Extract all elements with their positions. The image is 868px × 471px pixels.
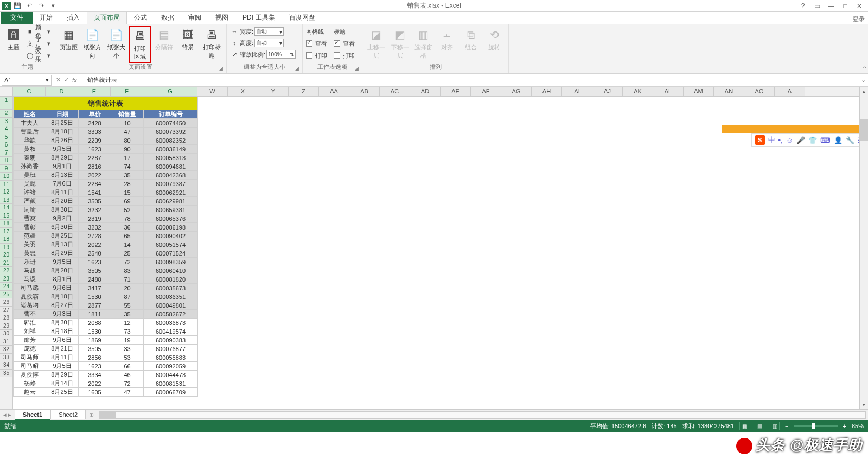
table-cell[interactable]: 600066709 [144,388,198,397]
table-cell[interactable]: 28 [111,180,144,188]
table-cell[interactable]: 600081820 [144,275,198,284]
table-cell[interactable]: 8月30日 [46,319,79,327]
table-cell[interactable]: 8月20日 [46,197,79,206]
table-cell[interactable]: 关羽 [14,240,46,249]
table-cell[interactable]: 72 [111,258,144,266]
table-cell[interactable]: 1623 [79,258,111,266]
row-header[interactable]: 2 [0,110,12,118]
table-cell[interactable]: 8月1日 [46,275,79,284]
table-cell[interactable]: 2022 [79,240,111,249]
table-cell[interactable]: 严颜 [14,197,46,206]
redo-icon[interactable]: ↷ [36,1,47,11]
enter-formula-icon[interactable]: ✓ [64,77,69,84]
col-header[interactable]: W [197,87,228,96]
margins-button[interactable]: ▦页边距 [58,26,79,53]
zoom-out-icon[interactable]: − [785,423,788,429]
table-cell[interactable]: 2540 [79,249,111,258]
table-cell[interactable]: 9月6日 [46,336,79,345]
ime-punct-icon[interactable]: •, [778,136,783,144]
table-cell[interactable]: 华歆 [14,136,46,145]
table-cell[interactable]: 曹丕 [14,310,46,319]
table-cell[interactable]: 3334 [79,371,111,379]
col-header[interactable]: AH [532,87,562,96]
table-cell[interactable]: 9月1日 [46,162,79,171]
print-area-button[interactable]: 🖶打印区域 [129,26,151,63]
row-header[interactable]: 28 [0,314,12,322]
col-header[interactable]: C [13,87,46,96]
table-cell[interactable]: 卞夫人 [14,119,46,128]
row-header[interactable]: 26 [0,298,12,307]
table-cell[interactable]: 9月6日 [46,284,79,292]
table-cell[interactable]: 1869 [79,336,111,345]
tab-page-layout[interactable]: 页面布局 [87,11,127,24]
table-cell[interactable]: 9月5日 [46,145,79,154]
table-cell[interactable]: 1530 [79,327,111,336]
table-cell[interactable]: 8月29日 [46,249,79,258]
scale-launcher-icon[interactable]: ◢ [295,66,299,71]
col-header[interactable]: AE [441,87,471,96]
table-header-cell[interactable]: 订单编号 [144,110,198,119]
table-cell[interactable]: 曹皇后 [14,128,46,136]
col-header[interactable]: AF [471,87,501,96]
name-box[interactable]: A1▾ [2,75,52,86]
table-cell[interactable]: 诸葛均 [14,301,46,310]
row-header[interactable]: 12 [0,188,12,196]
breaks-button[interactable]: ▤分隔符 [153,26,175,53]
sogou-icon[interactable]: S [755,135,765,145]
ime-emoji-icon[interactable]: ☺ [786,136,793,144]
height-combo[interactable]: 自动▾ [254,39,284,47]
hscroll-thumb[interactable] [99,412,116,418]
horizontal-scrollbar[interactable] [99,411,866,419]
table-cell[interactable]: 600042368 [144,171,198,180]
table-cell[interactable]: 1811 [79,310,111,319]
zoom-combo[interactable]: 100%⇅ [266,50,296,59]
table-cell[interactable]: 1623 [79,362,111,371]
tab-pdf[interactable]: PDF工具集 [235,11,282,24]
table-cell[interactable]: 600082352 [144,136,198,145]
row-header[interactable]: 22 [0,267,12,275]
row-header[interactable]: 11 [0,181,12,189]
ribbon-options-icon[interactable]: ▭ [810,1,824,11]
table-cell[interactable]: 1541 [79,188,111,197]
table-cell[interactable]: 600079387 [144,180,198,188]
row-header[interactable]: 1 [0,97,12,110]
zoom-level[interactable]: 85% [852,423,864,429]
col-header[interactable]: A [775,87,805,96]
row-header[interactable]: 24 [0,283,12,291]
col-header[interactable]: AK [623,87,653,96]
col-header[interactable]: AJ [592,87,623,96]
tab-home[interactable]: 开始 [33,11,60,24]
table-cell[interactable]: 乐进 [14,258,46,266]
row-header[interactable]: 15 [0,212,12,220]
table-cell[interactable]: 秦朗 [14,154,46,162]
col-header[interactable]: AM [684,87,714,96]
row-header[interactable]: 21 [0,259,12,268]
cells-grid[interactable]: 销售统计表姓名日期单价销售量订单编号卞夫人8月25日24281060007445… [13,97,868,409]
col-header[interactable]: AB [349,87,380,96]
table-cell[interactable]: 3232 [79,206,111,214]
table-cell[interactable]: 曹彰 [14,223,46,232]
row-header[interactable]: 27 [0,307,12,315]
table-cell[interactable]: 周瑜 [14,206,46,214]
tab-file[interactable]: 文件 [1,11,33,24]
table-cell[interactable]: 9月2日 [46,214,79,223]
table-cell[interactable]: 600055883 [144,353,198,362]
expand-formula-icon[interactable]: ⌄ [858,77,868,84]
row-header[interactable]: 19 [0,244,12,252]
table-cell[interactable]: 52 [111,206,144,214]
table-header-cell[interactable]: 日期 [46,110,79,119]
table-cell[interactable]: 8月30日 [46,206,79,214]
rotate-button[interactable]: ⟲旋转 [484,26,506,53]
table-cell[interactable]: 黄权 [14,145,46,154]
col-header[interactable]: G [143,87,197,96]
table-cell[interactable]: 8月18日 [46,327,79,336]
table-cell[interactable]: 黄忠 [14,249,46,258]
table-cell[interactable]: 8月18日 [46,292,79,301]
table-cell[interactable]: 71 [111,275,144,284]
table-cell[interactable]: 9月5日 [46,258,79,266]
table-cell[interactable]: 600092059 [144,362,198,371]
row-header[interactable]: 8 [0,157,12,165]
sheet-nav[interactable]: ◂ ▸ [0,411,15,418]
row-header[interactable]: 34 [0,361,12,370]
themes-button[interactable]: 🅰 主题 [3,26,24,53]
